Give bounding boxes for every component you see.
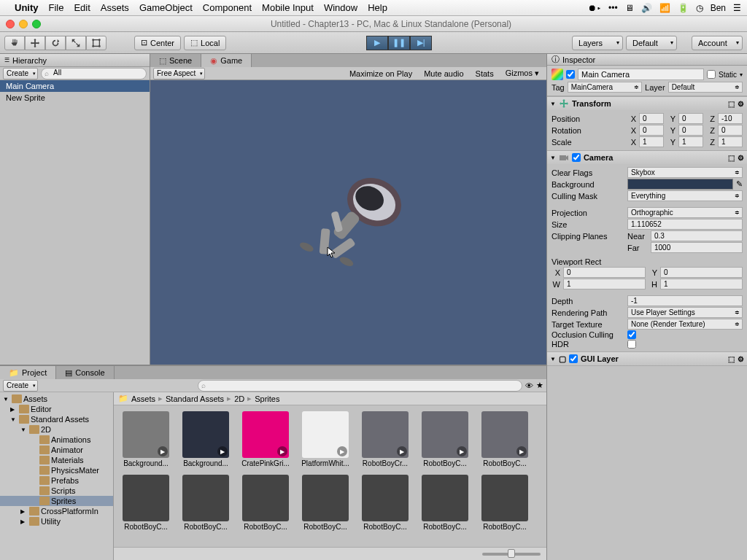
rect-tool-button[interactable]: [86, 36, 107, 50]
asset-item[interactable]: RobotBoyC...: [120, 475, 172, 531]
hierarchy-create-dropdown[interactable]: Create: [3, 68, 38, 79]
gui-layer-checkbox[interactable]: [569, 354, 578, 363]
tree-materials[interactable]: Materials: [0, 455, 113, 465]
tree-assets[interactable]: ▼Assets: [0, 394, 113, 404]
tree-editor[interactable]: ▶Editor: [0, 404, 113, 414]
asset-item[interactable]: RobotBoyC...: [359, 475, 411, 531]
maximize-toggle[interactable]: Maximize on Play: [345, 69, 417, 78]
menu-help[interactable]: Help: [368, 2, 387, 13]
hdr-checkbox[interactable]: [627, 340, 636, 349]
viewport-w-input[interactable]: [563, 279, 646, 289]
occlusion-checkbox[interactable]: [627, 330, 636, 339]
mute-toggle[interactable]: Mute audio: [419, 69, 468, 78]
scale-x-input[interactable]: [639, 136, 664, 147]
position-x-input[interactable]: [639, 113, 664, 124]
target-texture-field[interactable]: None (Render Texture): [627, 319, 743, 330]
gui-layer-header[interactable]: ▼▢GUI Layer⬚⚙: [547, 352, 747, 365]
asset-item[interactable]: ▶RobotBoyCr...: [359, 411, 411, 467]
tree-2d[interactable]: ▼2D: [0, 424, 113, 435]
gear-icon[interactable]: ⚙: [738, 154, 744, 162]
scene-tab[interactable]: ⬚Scene: [150, 54, 201, 67]
background-color-field[interactable]: [627, 179, 733, 190]
viewport-h-input[interactable]: [660, 279, 743, 289]
breadcrumb-item[interactable]: Assets: [131, 394, 155, 403]
static-checkbox[interactable]: [707, 70, 716, 79]
tree-animator[interactable]: Animator: [0, 445, 113, 455]
play-button[interactable]: ▶: [366, 36, 388, 50]
asset-item[interactable]: RobotBoyC...: [419, 475, 471, 531]
minimize-window-button[interactable]: [19, 20, 28, 28]
rotation-y-input[interactable]: [678, 125, 703, 136]
asset-item[interactable]: RobotBoyC...: [299, 475, 352, 531]
asset-item[interactable]: ▶RobotBoyC...: [419, 411, 471, 467]
hierarchy-tab[interactable]: ☰ Hierarchy: [0, 54, 150, 67]
layer-dropdown[interactable]: Default: [668, 82, 743, 93]
pivot-center-button[interactable]: ⊡Center: [134, 36, 181, 50]
object-name-input[interactable]: [578, 69, 704, 80]
collapse-icon[interactable]: ▼: [550, 101, 556, 107]
breadcrumb-item[interactable]: 2D: [234, 394, 244, 403]
layers-dropdown[interactable]: Layers: [572, 36, 623, 50]
spotlight-icon[interactable]: ☰: [733, 3, 741, 13]
object-icon[interactable]: [551, 69, 563, 80]
asset-item[interactable]: RobotBoyC...: [479, 475, 531, 531]
username[interactable]: Ben: [711, 3, 726, 13]
asset-item[interactable]: ▶Background...: [179, 411, 232, 467]
project-search-input[interactable]: [198, 380, 522, 392]
rotation-x-input[interactable]: [639, 125, 664, 136]
menu-edit[interactable]: Edit: [74, 2, 90, 13]
active-checkbox[interactable]: [566, 70, 575, 79]
rotation-z-input[interactable]: [718, 125, 743, 136]
position-z-input[interactable]: [718, 113, 743, 124]
volume-icon[interactable]: 🔊: [641, 3, 652, 13]
star-icon[interactable]: ★: [536, 381, 543, 390]
camera-enabled-checkbox[interactable]: [572, 153, 581, 162]
asset-item[interactable]: ▶Background...: [120, 411, 172, 467]
static-dropdown-icon[interactable]: ▾: [740, 71, 743, 78]
projection-dropdown[interactable]: Orthographic: [627, 207, 743, 218]
stats-toggle[interactable]: Stats: [471, 69, 498, 78]
aspect-dropdown[interactable]: Free Aspect: [153, 68, 205, 79]
pause-button[interactable]: ❚❚: [388, 36, 410, 50]
clear-flags-dropdown[interactable]: Skybox: [627, 167, 743, 178]
pivot-local-button[interactable]: ⬚Local: [184, 36, 226, 50]
breadcrumb-item[interactable]: Standard Assets: [166, 394, 224, 403]
size-input[interactable]: [627, 219, 743, 230]
menu-window[interactable]: Window: [324, 2, 357, 13]
viewport-x-input[interactable]: [563, 267, 646, 278]
asset-item[interactable]: RobotBoyC...: [239, 475, 292, 531]
clock-icon[interactable]: ◷: [696, 3, 703, 13]
breadcrumb-item[interactable]: Sprites: [255, 394, 279, 403]
help-icon[interactable]: ⬚: [728, 100, 735, 108]
display-icon[interactable]: 🖥: [625, 3, 634, 13]
transform-header[interactable]: ▼ Transform ⬚ ⚙: [547, 97, 747, 110]
tree-utility[interactable]: ▶Utility: [0, 516, 113, 526]
filter-icon[interactable]: 👁: [525, 381, 533, 390]
tag-dropdown[interactable]: MainCamera: [568, 82, 642, 93]
menu-gameobject[interactable]: GameObject: [139, 2, 193, 13]
tree-sprites[interactable]: Sprites: [0, 496, 113, 506]
console-tab[interactable]: ▤Console: [56, 366, 114, 379]
position-y-input[interactable]: [678, 113, 703, 124]
depth-input[interactable]: [627, 295, 743, 306]
inspector-tab[interactable]: ⓘ Inspector: [547, 54, 747, 66]
rendering-path-dropdown[interactable]: Use Player Settings: [627, 307, 743, 318]
game-tab[interactable]: ◉Game: [201, 54, 252, 67]
asset-item[interactable]: ▶PlatformWhit...: [299, 411, 352, 467]
culling-mask-dropdown[interactable]: Everything: [627, 190, 743, 201]
camera-header[interactable]: ▼ Camera ⬚ ⚙: [547, 151, 747, 164]
layout-dropdown[interactable]: Default: [626, 36, 677, 50]
account-dropdown[interactable]: Account: [692, 36, 743, 50]
menu-mobileinput[interactable]: Mobile Input: [262, 2, 314, 13]
project-tab[interactable]: 📁Project: [0, 366, 56, 379]
asset-item[interactable]: ▶RobotBoyC...: [479, 411, 531, 467]
tree-prefabs[interactable]: Prefabs: [0, 475, 113, 486]
tree-standard-assets[interactable]: ▼Standard Assets: [0, 414, 113, 424]
gizmos-toggle[interactable]: Gizmos ▾: [501, 69, 543, 78]
asset-item[interactable]: ▶CratePinkGri...: [239, 411, 292, 467]
project-create-dropdown[interactable]: Create: [3, 380, 38, 392]
hierarchy-search-input[interactable]: All: [41, 68, 147, 79]
rotate-tool-button[interactable]: [45, 36, 66, 50]
far-input[interactable]: [651, 242, 743, 253]
gear-icon[interactable]: ⚙: [738, 100, 744, 108]
